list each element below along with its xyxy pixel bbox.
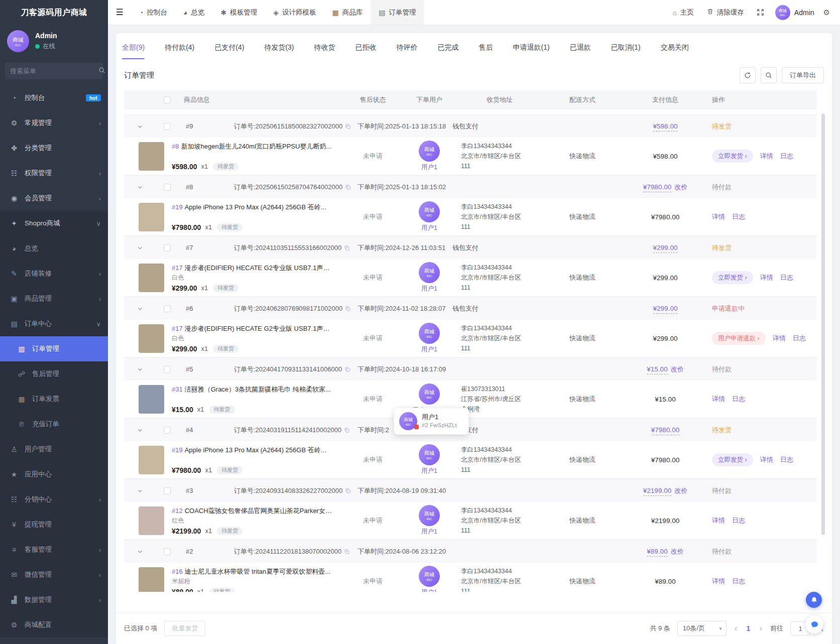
tab-paid[interactable]: 已支付(4) — [214, 33, 244, 62]
product-id-link[interactable]: #17 — [172, 325, 183, 332]
order-checkbox[interactable] — [164, 366, 171, 373]
sidebar-item-decoration[interactable]: ✎店铺装修‹ — [0, 261, 108, 286]
ship-now-button[interactable]: 立即发货 › — [712, 453, 753, 466]
product-id-link[interactable]: #8 — [172, 143, 179, 150]
sidebar-item-general[interactable]: ⚙常规管理‹ — [0, 110, 108, 136]
buyer-name-link[interactable]: 用户1 — [421, 528, 437, 536]
row-expand-toggle[interactable] — [124, 488, 156, 494]
order-detail-link[interactable]: 详情 — [760, 455, 773, 464]
order-total-price[interactable]: ¥7980.00 — [643, 183, 671, 192]
sidebar-item-data[interactable]: ▟数据管理‹ — [0, 587, 108, 612]
sidebar-item-wechat[interactable]: ✉微信管理‹ — [0, 562, 108, 587]
row-expand-toggle[interactable] — [124, 366, 156, 372]
copy-icon[interactable] — [345, 488, 351, 494]
tab-closed[interactable]: 交易关闭 — [661, 33, 689, 62]
order-checkbox[interactable] — [164, 427, 171, 434]
order-log-link[interactable]: 日志 — [780, 455, 793, 464]
copy-icon[interactable] — [344, 549, 350, 555]
row-expand-toggle[interactable] — [124, 245, 156, 251]
order-checkbox[interactable] — [164, 184, 171, 191]
topnav-item-designer-template[interactable]: ◈设计师模板 — [265, 0, 324, 25]
copy-icon[interactable] — [345, 123, 351, 130]
buyer-name-link[interactable]: 用户1 — [421, 285, 437, 293]
order-log-link[interactable]: 日志 — [732, 212, 745, 221]
copy-icon[interactable] — [344, 427, 350, 433]
chat-support-button[interactable] — [805, 615, 823, 633]
tab-to-receive[interactable]: 待收货 — [314, 33, 335, 62]
order-log-link[interactable]: 日志 — [732, 395, 745, 404]
topnav-username[interactable]: Admin — [794, 9, 817, 17]
sidebar-item-overview[interactable]: ◕总览 — [0, 236, 108, 261]
gear-icon[interactable]: ⚙ — [817, 8, 836, 17]
ship-now-button[interactable]: 立即发货 › — [712, 150, 753, 163]
product-id-link[interactable]: #12 — [172, 507, 183, 514]
sidebar-item-recharge[interactable]: ℗充值订单 — [0, 412, 108, 437]
sidebar-item-aftersale[interactable]: ☍售后管理 — [0, 361, 108, 387]
product-id-link[interactable]: #19 — [172, 446, 183, 454]
sidebar-item-distribution[interactable]: ☷分销中心‹ — [0, 487, 108, 512]
topnav-item-order-manage[interactable]: ▤订单管理 — [371, 0, 424, 25]
row-expand-toggle[interactable] — [124, 549, 156, 555]
buyer-name-link[interactable]: 用户1 — [421, 224, 437, 232]
order-detail-link[interactable]: 详情 — [712, 516, 725, 525]
user-refund-button[interactable]: 用户申请退款 › — [712, 332, 766, 345]
buyer-name-link[interactable]: 用户1 — [421, 467, 437, 475]
clear-cache-button[interactable]: 清除缓存 — [700, 8, 751, 17]
copy-icon[interactable] — [344, 245, 350, 251]
table-scrollbar[interactable] — [821, 113, 825, 535]
change-price-link[interactable]: 改价 — [671, 548, 684, 555]
row-expand-toggle[interactable] — [124, 123, 156, 130]
buyer-avatar[interactable]: 商城· B2C · — [419, 505, 440, 526]
sidebar-item-member[interactable]: ◉会员管理‹ — [0, 186, 108, 211]
order-log-link[interactable]: 日志 — [732, 577, 745, 586]
sidebar-item-console[interactable]: ◔控制台hot — [0, 85, 108, 110]
home-button[interactable]: ⌂ 主页 — [666, 8, 700, 17]
copy-icon[interactable] — [344, 366, 350, 372]
tab-rejected[interactable]: 已拒收 — [355, 33, 377, 62]
current-page-number[interactable]: 1 — [746, 624, 752, 632]
order-checkbox[interactable] — [164, 548, 171, 555]
buyer-avatar[interactable]: 商城· B2C · — [419, 383, 440, 405]
hamburger-menu-icon[interactable]: ☰ — [108, 0, 131, 25]
order-total-price[interactable]: ¥299.00 — [653, 244, 678, 253]
sidebar-item-permission[interactable]: ☷权限管理‹ — [0, 161, 108, 186]
product-id-link[interactable]: #17 — [172, 264, 183, 272]
topnav-item-console[interactable]: ◔控制台 — [131, 0, 175, 25]
order-log-link[interactable]: 日志 — [732, 516, 745, 525]
fullscreen-icon[interactable] — [751, 9, 770, 16]
copy-icon[interactable] — [345, 184, 351, 190]
topnav-avatar[interactable]: 商城 · B2C · — [775, 5, 790, 20]
order-detail-link[interactable]: 详情 — [760, 273, 773, 282]
sidebar-item-shopro[interactable]: ✦Shopro商城∨ — [0, 211, 108, 236]
buyer-avatar[interactable]: 商城· B2C · — [419, 323, 440, 344]
sidebar-item-config[interactable]: ⚙商城配置 — [0, 612, 108, 637]
order-total-price[interactable]: ¥2199.00 — [643, 487, 671, 496]
sidebar-search-input[interactable] — [10, 67, 98, 75]
product-id-link[interactable]: #16 — [172, 568, 183, 575]
order-export-button[interactable]: 订单导出 — [782, 67, 824, 83]
topnav-item-template[interactable]: ✱模板管理 — [212, 0, 265, 25]
product-id-link[interactable]: #19 — [172, 203, 183, 211]
tab-to-review[interactable]: 待评价 — [397, 33, 418, 62]
sidebar-user-card[interactable]: 商城 · B2C · Admin 在线 — [0, 25, 108, 58]
sidebar-item-order-manage[interactable]: ▥订单管理 — [0, 336, 108, 361]
order-total-price[interactable]: ¥7980.00 — [651, 426, 679, 435]
tab-unpaid[interactable]: 待付款(4) — [165, 33, 194, 62]
tab-all[interactable]: 全部(9) — [122, 33, 145, 62]
change-price-link[interactable]: 改价 — [674, 487, 687, 494]
buyer-avatar[interactable]: 商城· B2C · — [419, 141, 440, 162]
refresh-button[interactable] — [740, 67, 756, 83]
tab-refund-apply[interactable]: 申请退款(1) — [513, 33, 550, 62]
order-log-link[interactable]: 日志 — [780, 152, 793, 161]
copy-icon[interactable] — [345, 306, 351, 312]
sidebar-item-service[interactable]: ≡客服管理‹ — [0, 537, 108, 562]
next-page-button[interactable]: › — [758, 623, 763, 633]
topnav-item-overview[interactable]: ◕总览 — [175, 0, 212, 25]
tab-completed[interactable]: 已完成 — [438, 33, 459, 62]
sidebar-item-category[interactable]: ✤分类管理 — [0, 136, 108, 161]
search-button[interactable] — [761, 67, 777, 83]
buyer-avatar[interactable]: 商城· B2C · — [419, 566, 440, 587]
sidebar-item-withdraw[interactable]: ¥提现管理 — [0, 512, 108, 537]
row-expand-toggle[interactable] — [124, 184, 156, 190]
order-log-link[interactable]: 日志 — [793, 334, 806, 343]
